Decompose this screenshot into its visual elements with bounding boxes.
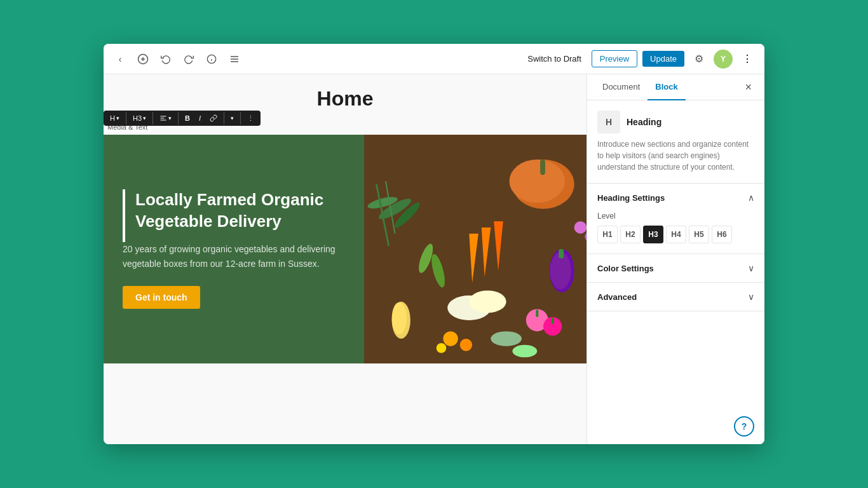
heading-settings-section: Heading Settings ∧ Level H1 H2 H3 H4 H5 … <box>587 184 764 254</box>
block-info-header: H Heading <box>597 111 754 133</box>
color-settings-chevron: ∨ <box>748 263 754 273</box>
level-label: Level <box>597 212 754 220</box>
block-options-btn[interactable]: ⋮ <box>243 112 258 125</box>
help-button[interactable]: ? <box>734 416 754 437</box>
toolbar-divider-3 <box>178 112 179 125</box>
svg-point-34 <box>460 339 472 351</box>
heading-h2-btn[interactable]: H2 <box>620 226 641 243</box>
switch-to-draft-button[interactable]: Switch to Draft <box>522 51 587 66</box>
advanced-section: Advanced ∨ <box>587 283 764 311</box>
heading-with-border: Locally Farmed Organic Vegetable Deliver… <box>123 189 345 243</box>
svg-point-42 <box>491 331 522 346</box>
advanced-chevron: ∨ <box>748 292 754 302</box>
heading-levels: H1 H2 H3 H4 H5 H6 <box>597 226 754 243</box>
add-block-icon[interactable] <box>134 50 152 68</box>
heading-h1-btn[interactable]: H1 <box>597 226 618 243</box>
svg-rect-29 <box>536 309 538 317</box>
list-view-icon[interactable] <box>226 50 243 68</box>
block-heading[interactable]: Locally Farmed Organic Vegetable Deliver… <box>135 189 345 233</box>
svg-point-33 <box>443 331 458 346</box>
main-area: Home Media & Text H ▾ <box>104 74 764 444</box>
toolbar-divider-5 <box>240 112 241 125</box>
toolbar-left: ‹ <box>111 50 519 68</box>
media-text-block[interactable]: H ▾ H3 ▾ <box>104 135 587 363</box>
back-icon[interactable]: ‹ <box>111 50 129 68</box>
block-title: Heading <box>627 117 661 127</box>
heading-h6-btn[interactable]: H6 <box>712 226 732 243</box>
vegetable-image <box>364 135 587 363</box>
heading-h4-btn[interactable]: H4 <box>666 226 686 243</box>
block-description: Introduce new sections and organize cont… <box>597 139 754 173</box>
heading-type-btn[interactable]: H ▾ <box>106 112 123 124</box>
sidebar-tabs: Document Block × <box>587 74 764 100</box>
heading-h5-btn[interactable]: H5 <box>689 226 709 243</box>
media-text-wrapper: Media & Text H ▾ <box>104 121 587 363</box>
redo-icon[interactable] <box>180 50 198 68</box>
yoast-icon[interactable]: Y <box>714 50 733 69</box>
svg-rect-30 <box>552 318 554 324</box>
italic-btn[interactable]: I <box>195 112 205 124</box>
link-btn[interactable] <box>206 112 221 124</box>
toolbar-divider <box>126 112 126 125</box>
cta-button[interactable]: Get in touch <box>123 286 200 309</box>
settings-icon[interactable]: ⚙ <box>689 50 709 69</box>
sidebar-footer: ? <box>587 409 764 444</box>
editor-area: Home Media & Text H ▾ <box>104 74 587 444</box>
sidebar: Document Block × H Heading Introduce new… <box>587 74 764 444</box>
media-image <box>364 135 587 363</box>
heading-settings-chevron: ∧ <box>748 193 754 203</box>
toolbar-right: Switch to Draft Preview Update ⚙ Y ⋮ <box>522 50 757 69</box>
tab-document[interactable]: Document <box>595 74 648 100</box>
toolbar-divider-4 <box>224 112 224 125</box>
svg-rect-15 <box>540 159 545 175</box>
block-toolbar: H ▾ H3 ▾ <box>104 111 261 126</box>
update-button[interactable]: Update <box>642 51 684 67</box>
svg-point-37 <box>392 302 407 335</box>
heading-size-btn[interactable]: H3 ▾ <box>129 112 150 124</box>
svg-point-38 <box>574 221 587 233</box>
color-settings-title: Color Settings <box>597 264 654 273</box>
block-icon: H <box>597 111 620 133</box>
undo-icon[interactable] <box>157 50 175 68</box>
heading-settings-header[interactable]: Heading Settings ∧ <box>587 184 764 212</box>
toolbar-divider-2 <box>153 112 153 125</box>
block-text[interactable]: 20 years of growing organic vegetables a… <box>123 242 345 271</box>
browser-window: ‹ Switch to Draft Preview Update ⚙ Y <box>104 44 764 444</box>
more-options-icon[interactable]: ⋮ <box>738 50 757 69</box>
color-settings-section: Color Settings ∨ <box>587 254 764 283</box>
color-settings-header[interactable]: Color Settings ∨ <box>587 254 764 282</box>
tab-block[interactable]: Block <box>648 74 685 100</box>
editor-toolbar: ‹ Switch to Draft Preview Update ⚙ Y <box>104 44 764 74</box>
more-block-options-btn[interactable]: ▾ <box>227 113 238 123</box>
block-info: H Heading Introduce new sections and org… <box>587 100 764 184</box>
info-icon[interactable] <box>203 50 220 68</box>
advanced-header[interactable]: Advanced ∨ <box>587 283 764 311</box>
svg-point-14 <box>510 159 566 203</box>
svg-point-26 <box>469 290 506 313</box>
heading-settings-title: Heading Settings <box>597 193 665 203</box>
sidebar-close-icon[interactable]: × <box>740 76 757 99</box>
heading-settings-content: Level H1 H2 H3 H4 H5 H6 <box>587 212 764 254</box>
advanced-title: Advanced <box>597 292 637 302</box>
bold-btn[interactable]: B <box>181 112 194 124</box>
svg-point-35 <box>437 343 447 353</box>
preview-button[interactable]: Preview <box>592 50 637 67</box>
heading-h3-btn[interactable]: H3 <box>643 226 663 243</box>
media-text-content: H ▾ H3 ▾ <box>104 135 364 363</box>
align-btn[interactable]: ▾ <box>156 112 175 124</box>
editor-content: Home Media & Text H ▾ <box>104 74 587 376</box>
svg-rect-24 <box>559 249 564 259</box>
svg-point-43 <box>512 345 537 357</box>
page-title: Home <box>104 87 587 111</box>
